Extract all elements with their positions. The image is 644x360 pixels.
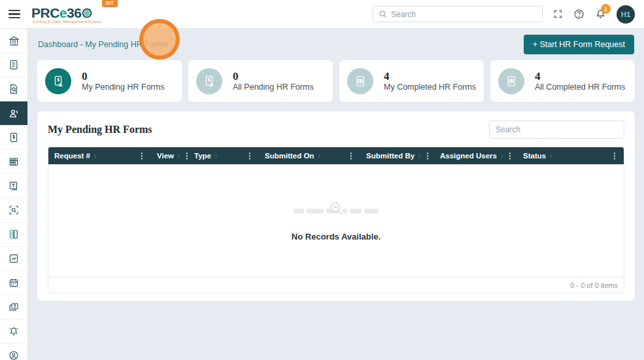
hamburger-menu-icon[interactable] [0, 8, 28, 20]
sidebar-item-templates[interactable] [0, 174, 27, 198]
logo-text-accent: e [59, 5, 67, 21]
document-search-icon [8, 83, 20, 95]
global-search[interactable] [373, 6, 543, 22]
completed-form-icon [498, 68, 524, 94]
sidebar-item-reports[interactable] [0, 247, 27, 271]
table-search-input[interactable] [489, 120, 624, 139]
stat-label: My Pending HR Forms [82, 82, 164, 92]
sidebar-item-scan-search[interactable] [0, 198, 27, 223]
stat-value: 4 [535, 71, 625, 82]
avatar[interactable]: H1 [617, 5, 635, 24]
column-menu-icon[interactable]: ⋮ [135, 152, 148, 160]
logo-text-primary: PRC [31, 5, 59, 21]
scan-search-icon [8, 204, 20, 216]
stat-value: 0 [233, 71, 314, 82]
sidebar-item-profile[interactable] [0, 344, 27, 360]
fullscreen-button[interactable] [553, 9, 563, 19]
column-header-assigned-users[interactable]: Assigned Users ↑ ⋮ [434, 147, 517, 164]
template-icon [8, 180, 20, 192]
top-header: PRCe36 e-Filing & Case Management System… [0, 0, 644, 29]
start-hr-form-request-button[interactable]: + Start HR Form Request [524, 35, 634, 54]
invoice-icon [8, 132, 20, 143]
sort-arrow-icon[interactable]: ↑ [549, 153, 552, 160]
sidebar-item-organization[interactable] [0, 150, 27, 174]
column-header-type[interactable]: Type ↑ ⋮ [188, 147, 259, 164]
logo-target-icon [82, 8, 92, 18]
panel-title: My Pending HR Forms [48, 124, 152, 135]
logo-text-secondary: 36 [67, 5, 81, 21]
stat-card-my-completed[interactable]: 4 My Completed HR Forms [339, 60, 484, 102]
table-header-row: Request # ↑ ⋮ View ↑ ⋮ Type ↑ ⋮ Submitte… [48, 147, 624, 164]
building-icon [8, 156, 20, 168]
profile-icon [8, 350, 20, 360]
table-empty-state: No Records Available. [48, 164, 624, 277]
logo-tagline: e-Filing & Case Management System [33, 20, 102, 24]
institution-icon [8, 35, 20, 47]
sort-arrow-icon[interactable]: ↑ [317, 153, 320, 160]
sort-arrow-icon[interactable]: ↑ [93, 153, 97, 160]
fullscreen-icon [553, 9, 563, 19]
document-icon [8, 59, 20, 71]
alert-bell-icon [8, 325, 20, 337]
app-logo[interactable]: PRCe36 e-Filing & Case Management System… [31, 5, 102, 24]
pending-forms-panel: My Pending HR Forms Request # ↑ ⋮ View ↑… [37, 111, 635, 301]
sidebar-item-help-docs[interactable] [0, 295, 27, 319]
sidebar-item-institution[interactable] [0, 29, 27, 53]
column-menu-icon[interactable]: ⋮ [243, 152, 256, 160]
sidebar-item-hr-users[interactable] [0, 101, 27, 126]
stat-label: All Pending HR Forms [233, 82, 314, 92]
sidebar-item-calendar[interactable] [0, 271, 27, 295]
ledger-icon [8, 228, 20, 240]
report-chart-icon [8, 253, 20, 264]
notifications-button[interactable]: 1 [595, 9, 606, 20]
stat-label: All Completed HR Forms [535, 82, 625, 92]
sidebar-item-documents[interactable] [0, 53, 27, 77]
column-header-view[interactable]: View ↑ ⋮ [151, 147, 188, 164]
calendar-icon [8, 277, 20, 289]
help-icon [573, 9, 585, 20]
sidebar-item-ledger[interactable] [0, 223, 27, 247]
column-menu-icon[interactable]: ⋮ [503, 152, 517, 160]
column-header-submitted-by[interactable]: Submitted By ↑ ⋮ [360, 147, 434, 164]
notification-badge: 1 [601, 4, 611, 14]
column-menu-icon[interactable]: ⋮ [345, 152, 358, 160]
completed-form-icon [347, 68, 373, 94]
pending-form-icon [196, 68, 222, 94]
sidebar-item-document-search[interactable] [0, 77, 27, 101]
empty-message: No Records Available. [292, 232, 381, 242]
stat-card-all-pending[interactable]: 0 All Pending HR Forms [188, 60, 333, 102]
stat-value: 0 [82, 71, 164, 82]
empty-state-illustration [287, 200, 385, 223]
environment-badge: SIT [102, 0, 118, 7]
stat-card-all-completed[interactable]: 4 All Completed HR Forms [490, 60, 635, 102]
pending-form-icon [45, 68, 71, 94]
sidebar-item-notifications[interactable] [0, 319, 27, 344]
stat-label: My Completed HR Forms [384, 82, 476, 92]
stat-value: 4 [384, 71, 476, 82]
magnifier-icon [326, 198, 346, 221]
sidebar-item-invoices[interactable] [0, 126, 27, 150]
sidebar-nav [0, 29, 28, 360]
help-button[interactable] [573, 9, 585, 20]
hr-forms-table: Request # ↑ ⋮ View ↑ ⋮ Type ↑ ⋮ Submitte… [48, 147, 624, 293]
users-icon [8, 107, 20, 120]
column-header-submitted-on[interactable]: Submitted On ↑ ⋮ [259, 147, 360, 164]
column-header-request[interactable]: Request # ↑ ⋮ [48, 147, 151, 164]
search-icon [379, 10, 387, 18]
column-header-status[interactable]: Status ↑ ⋮ [517, 147, 624, 164]
breadcrumb[interactable]: Dashboard - My Pending HR Forms [38, 40, 168, 49]
column-menu-icon[interactable]: ⋮ [608, 152, 621, 160]
main-content: Dashboard - My Pending HR Forms + Start … [28, 29, 644, 360]
stat-card-my-pending[interactable]: 0 My Pending HR Forms [37, 60, 182, 102]
table-footer: 0 - 0 of 0 items [48, 277, 624, 293]
global-search-input[interactable] [391, 10, 537, 19]
breadcrumb-bar: Dashboard - My Pending HR Forms + Start … [28, 29, 644, 60]
sort-arrow-icon[interactable]: ↑ [214, 153, 218, 160]
column-menu-icon[interactable]: ⋮ [421, 152, 434, 160]
pager-info: 0 - 0 of 0 items [570, 281, 618, 289]
stats-row: 0 My Pending HR Forms 0 All Pending HR F… [28, 60, 644, 102]
help-document-icon [8, 301, 20, 313]
